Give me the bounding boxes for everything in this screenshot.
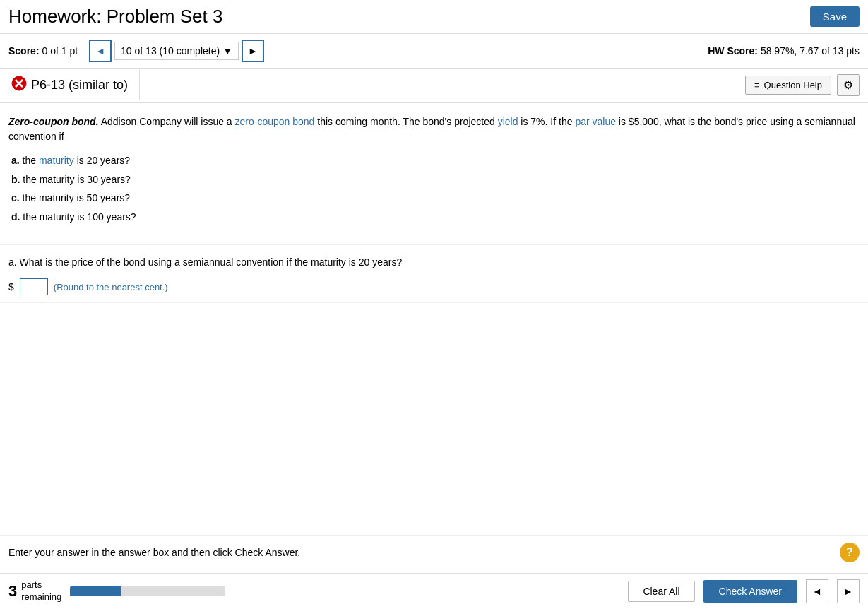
page-title: Homework: Problem Set 3 [8,6,222,28]
gear-button[interactable]: ⚙ [837,74,860,96]
part-a-question-text: a. What is the price of the bond using a… [8,255,860,270]
list-item: c. the maturity is 50 years? [11,189,860,208]
nav-dropdown-button[interactable]: 10 of 13 (10 complete) ▼ [114,42,239,60]
nav-controls: ◄ 10 of 13 (10 complete) ▼ ► [89,40,264,62]
question-help-icon: ≡ [754,80,760,90]
score-text: Score: 0 of 1 pt [8,45,78,57]
part-a-text2: is 20 years? [77,155,130,166]
save-button[interactable]: Save [810,6,860,27]
score-label: Score: [8,45,40,57]
part-c-label: c. [11,192,20,203]
parts-list: a. the maturity is 20 years? b. the matu… [11,151,860,226]
intro-text2: this coming month. The bond's projected [317,116,497,127]
question-id-tab: P6-13 (similar to) [0,70,140,100]
hw-score-value: 58.97%, 7.67 of 13 pts [761,45,860,57]
part-a-label: a. [11,155,20,166]
intro-text1: Addison Company will issue a [101,116,235,127]
list-item: b. the maturity is 30 years? [11,170,860,189]
maturity-link[interactable]: maturity [39,155,74,166]
part-a-text: the [23,155,39,166]
part-a-section: a. What is the price of the bond using a… [0,245,868,303]
hw-score-label: HW Score: [708,45,758,57]
dollar-sign: $ [8,281,14,292]
part-d-label: d. [11,211,20,223]
score-bar: Score: 0 of 1 pt ◄ 10 of 13 (10 complete… [0,34,868,69]
intro-text3: is 7%. If the [521,116,575,127]
zero-coupon-bond-link[interactable]: zero-coupon bond [235,116,315,127]
hw-score: HW Score: 58.97%, 7.67 of 13 pts [708,45,860,57]
part-b-text: the maturity is 30 years? [23,174,131,185]
question-content: Zero-coupon bond. Addison Company will i… [0,103,868,245]
part-d-text: the maturity is 100 years? [23,211,136,223]
answer-row: $ (Round to the nearest cent.) [8,278,860,295]
list-item: d. the maturity is 100 years? [11,208,860,227]
nav-dropdown-label: 10 of 13 (10 complete) [121,45,220,57]
par-value-link[interactable]: par value [575,116,616,127]
question-help-label: Question Help [764,80,822,90]
score-value: 0 of 1 pt [42,45,78,57]
question-intro: Zero-coupon bond. Addison Company will i… [8,114,860,144]
dropdown-arrow-icon: ▼ [222,45,232,57]
part-b-label: b. [11,174,20,185]
intro-bold-italic: Zero-coupon bond. [8,116,99,127]
round-hint: (Round to the nearest cent.) [54,282,168,292]
question-tools: ≡ Question Help ⚙ [737,69,868,102]
yield-link[interactable]: yield [498,116,518,127]
nav-next-button[interactable]: ► [242,40,264,62]
error-icon [11,76,27,95]
header: Homework: Problem Set 3 Save [0,0,868,34]
question-header: P6-13 (similar to) ≡ Question Help ⚙ [0,69,868,103]
gear-icon: ⚙ [843,79,853,91]
question-id-label: P6-13 (similar to) [31,78,128,93]
list-item: a. the maturity is 20 years? [11,151,860,170]
part-c-text: the maturity is 50 years? [23,192,131,203]
question-help-button[interactable]: ≡ Question Help [745,76,831,95]
answer-input[interactable] [20,278,48,295]
nav-prev-button[interactable]: ◄ [89,40,112,62]
